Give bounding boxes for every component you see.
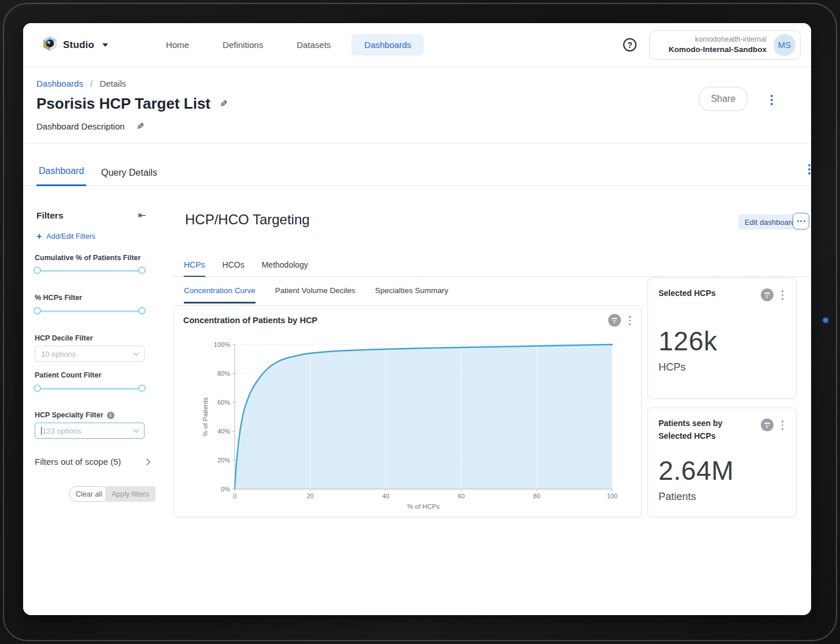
pct-hcps-filter-label: % HCPs Filter	[35, 294, 82, 302]
card-filter-icon[interactable]	[761, 419, 774, 431]
studio-brand[interactable]: Studio	[43, 36, 108, 54]
avatar[interactable]: MS	[774, 34, 795, 56]
selected-hcps-title: Selected HCPs	[658, 287, 761, 300]
patients-seen-value: 2.64M	[658, 455, 786, 486]
brand-label: Studio	[63, 39, 94, 51]
hcp-decile-filter-label: HCP Decile Filter	[35, 334, 93, 342]
breadcrumb-current: Details	[99, 79, 126, 88]
edit-title-pencil-icon[interactable]: ✎	[220, 99, 227, 109]
text-cursor	[41, 427, 42, 435]
clear-all-button[interactable]: Clear all	[69, 486, 109, 502]
chart-title: Concentration of Patients by HCP	[183, 316, 608, 325]
tab-query-details[interactable]: Query Details	[99, 168, 160, 186]
slider-handle-min[interactable]	[34, 384, 41, 392]
chart-filter-icon[interactable]	[608, 314, 621, 327]
slider-handle-max[interactable]	[138, 384, 146, 392]
studio-logo-icon	[43, 36, 57, 54]
tab-dashboard[interactable]: Dashboard	[36, 166, 86, 186]
page-header: Dashboards / Details Psorisis HCP Target…	[23, 67, 811, 143]
concentration-curve-chart: 0%20%40%60%80%100%020406080100% of HCPs%…	[174, 306, 641, 517]
concentration-chart-card: Concentration of Patients by HCP 0%20%40…	[173, 305, 642, 517]
entity-tabs: HCPs HCOs Methodology	[173, 260, 809, 277]
page-title: Psorisis HCP Target List	[36, 95, 210, 113]
svg-text:40%: 40%	[217, 428, 230, 435]
slider-handle-max[interactable]	[138, 307, 146, 314]
svg-text:0: 0	[233, 493, 236, 499]
window-edge-clipped-kebab	[806, 162, 811, 177]
tab-hcos[interactable]: HCOs	[223, 260, 245, 277]
slider-track	[35, 310, 145, 312]
nav-item-definitions[interactable]: Definitions	[210, 34, 276, 55]
account-workspace: Komodo-Internal-Sandbox	[669, 45, 767, 55]
breadcrumb-dashboards-link[interactable]: Dashboards	[36, 79, 83, 88]
add-edit-filters-label: Add/Edit Filters	[46, 232, 95, 240]
patient-count-filter-slider[interactable]	[35, 384, 145, 393]
account-texts: komodohealth-internal Komodo-Internal-Sa…	[669, 35, 767, 55]
chart-kebab-menu[interactable]	[627, 313, 634, 328]
nav-item-dashboards[interactable]: Dashboards	[351, 34, 424, 55]
tab-patient-volume-deciles[interactable]: Patient Volume Deciles	[275, 286, 356, 304]
breadcrumb-separator: /	[90, 79, 92, 88]
edit-description-pencil-icon[interactable]: ✎	[136, 122, 144, 131]
page-tabs: Dashboard Query Details	[23, 143, 811, 186]
svg-text:60%: 60%	[217, 399, 230, 406]
hcp-specialty-filter-label: HCP Specialty Filter i	[35, 411, 114, 419]
tab-methodology[interactable]: Methodology	[262, 260, 308, 277]
more-options-button[interactable]	[793, 213, 809, 230]
device-camera-dot	[823, 318, 828, 323]
hcp-specialty-select[interactable]: 123 options	[35, 423, 145, 439]
chevron-right-icon	[143, 458, 150, 465]
dashboard-main: HCP/HCO Targeting Edit dashboard HCPs HC…	[162, 186, 811, 615]
filters-out-of-scope[interactable]: Filters out of scope (5)	[35, 457, 149, 467]
card-filter-icon[interactable]	[761, 288, 774, 301]
svg-text:60: 60	[458, 493, 465, 499]
page-title-row: Psorisis HCP Target List ✎	[36, 95, 227, 113]
slider-handle-min[interactable]	[34, 307, 41, 314]
page-kebab-menu[interactable]	[768, 92, 775, 108]
hcp-decile-select[interactable]: 10 options	[35, 346, 145, 362]
nav-item-home[interactable]: Home	[153, 34, 202, 55]
apply-filters-button[interactable]: Apply filters	[105, 486, 156, 502]
slider-handle-max[interactable]	[138, 267, 146, 274]
chevron-down-icon	[102, 43, 108, 47]
svg-text:80: 80	[533, 493, 540, 499]
card-kebab-menu[interactable]	[779, 418, 786, 432]
account-switcher[interactable]: komodohealth-internal Komodo-Internal-Sa…	[649, 30, 801, 60]
dashboard-heading: HCP/HCO Targeting	[185, 212, 310, 228]
selected-hcps-value: 126k	[658, 325, 786, 357]
tab-specialties-summary[interactable]: Specialties Summary	[375, 286, 449, 304]
svg-text:80%: 80%	[217, 370, 230, 377]
share-button[interactable]: Share	[699, 87, 748, 111]
help-icon[interactable]: ?	[623, 38, 637, 51]
add-edit-filters-link[interactable]: + Add/Edit Filters	[36, 231, 95, 242]
app-window: Studio Home Definitions Datasets Dashboa…	[23, 23, 811, 615]
filters-panel: Filters ⇤ + Add/Edit Filters Cumulative …	[23, 186, 162, 615]
collapse-panel-icon[interactable]: ⇤	[138, 209, 146, 221]
nav-item-datasets[interactable]: Datasets	[284, 34, 343, 55]
hcp-specialty-placeholder: 123 options	[42, 427, 81, 435]
selected-hcps-unit: HCPs	[658, 361, 786, 373]
hcp-specialty-filter-label-text: HCP Specialty Filter	[35, 411, 103, 419]
cumulative-filter-slider[interactable]	[35, 267, 145, 275]
tab-concentration-curve[interactable]: Concentration Curve	[184, 286, 256, 304]
info-icon[interactable]: i	[107, 412, 114, 419]
breadcrumb: Dashboards / Details	[36, 79, 126, 88]
slider-track	[35, 270, 145, 272]
plus-icon: +	[36, 231, 42, 242]
pct-hcps-filter-slider[interactable]	[35, 307, 145, 315]
tab-hcps[interactable]: HCPs	[184, 260, 205, 277]
card-kebab-menu[interactable]	[779, 288, 786, 302]
view-tabs: Concentration Curve Patient Volume Decil…	[173, 286, 448, 304]
content-area: Filters ⇤ + Add/Edit Filters Cumulative …	[23, 186, 811, 615]
top-navigation: Studio Home Definitions Datasets Dashboa…	[23, 23, 811, 67]
svg-text:% of Patients: % of Patients	[202, 397, 209, 436]
page-description: Dashboard Description	[36, 121, 125, 131]
svg-text:20: 20	[306, 493, 313, 499]
svg-text:40: 40	[382, 493, 389, 499]
svg-text:100: 100	[607, 493, 617, 499]
slider-handle-min[interactable]	[34, 267, 41, 274]
patients-seen-title: Patients seen by Selected HCPs	[658, 417, 761, 442]
selected-hcps-card: Selected HCPs 126k HCPs	[647, 277, 797, 399]
svg-text:% of HCPs: % of HCPs	[407, 503, 439, 510]
patients-seen-unit: Patients	[658, 491, 786, 503]
